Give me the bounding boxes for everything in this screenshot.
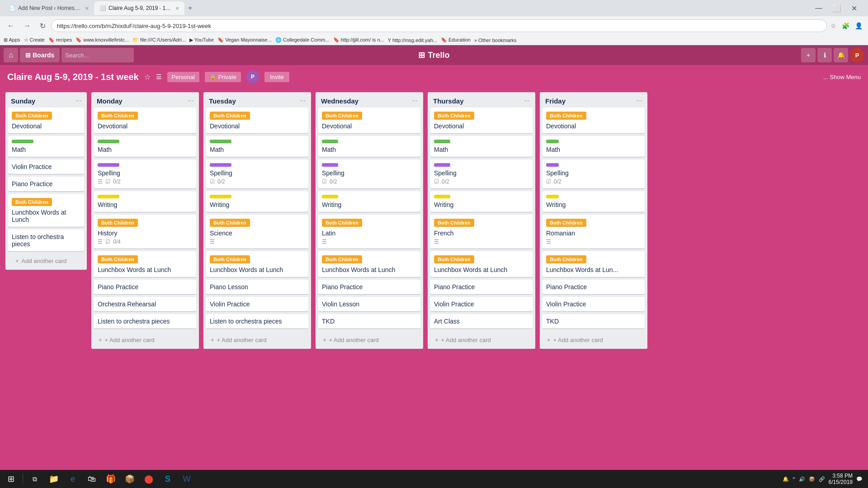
card-monday-piano[interactable]: Piano Practice [94, 280, 196, 294]
forward-button[interactable]: → [20, 20, 34, 32]
add-card-sunday[interactable]: + Add another card [11, 254, 81, 268]
card-thursday-devotional[interactable]: Both Children Devotional [430, 108, 533, 133]
profile-button[interactable]: 👤 [853, 20, 864, 31]
boards-button[interactable]: ⊞ Boards [20, 48, 60, 62]
card-tuesday-lunchbox[interactable]: Both Children Lunchbox Words at Lunch [206, 251, 308, 277]
list-menu-sunday[interactable]: ··· [75, 97, 81, 105]
board-visibility-badge[interactable]: Personal [167, 72, 199, 82]
card-wednesday-spelling[interactable]: Spelling ☑ 0/2 [318, 160, 420, 188]
bookmark-recipes[interactable]: 🔖 recipes [48, 37, 72, 43]
taskbar-store[interactable]: 🛍 [83, 471, 101, 487]
browser-tab-2[interactable]: ⬜ Claire Aug 5-9, 2019 · 1st week ✕ [94, 1, 184, 15]
list-menu-tuesday[interactable]: ··· [300, 97, 306, 105]
start-button[interactable]: ⊞ [2, 471, 20, 487]
card-wednesday-math[interactable]: Math [318, 136, 420, 157]
add-card-tuesday[interactable]: + + Add another card [206, 333, 308, 347]
card-friday-writing[interactable]: Writing [542, 191, 645, 212]
add-card-thursday[interactable]: + + Add another card [430, 333, 533, 347]
card-monday-listen[interactable]: Listen to orchestra pieces [94, 314, 196, 328]
card-friday-romanian[interactable]: Both Children Romanian ☰ [542, 215, 645, 249]
card-thursday-writing[interactable]: Writing [430, 191, 533, 212]
taskbar-dropbox[interactable]: 📦 [121, 471, 139, 487]
close-button[interactable]: ✕ [848, 2, 861, 14]
notification-button[interactable]: 🔔 [834, 48, 848, 62]
list-menu-monday[interactable]: ··· [188, 97, 193, 105]
card-sunday-devotional[interactable]: Both Children Devotional [8, 108, 84, 133]
card-tuesday-piano[interactable]: Piano Lesson [206, 280, 308, 294]
card-tuesday-devotional[interactable]: Both Children Devotional [206, 108, 308, 133]
card-monday-lunchbox[interactable]: Both Children Lunchbox Words at Lunch [94, 251, 196, 277]
card-wednesday-tkd[interactable]: TKD [318, 314, 420, 328]
card-wednesday-latin[interactable]: Both Children Latin ☰ [318, 215, 420, 249]
bookmark-file[interactable]: 📁 file:///C:/Users/Adri... [132, 37, 186, 43]
bookmark-collegedale[interactable]: 🌐 Collegedale Comm... [275, 37, 330, 43]
minimize-button[interactable]: — [811, 2, 826, 14]
card-thursday-math[interactable]: Math [430, 136, 533, 157]
taskbar-chrome[interactable]: ⬤ [140, 471, 158, 487]
search-input[interactable] [61, 48, 134, 62]
card-wednesday-lunchbox[interactable]: Both Children Lunchbox Words at Lunch [318, 251, 420, 277]
bookmark-vegan[interactable]: 🔖 Vegan Mayonnaise... [217, 37, 272, 43]
bookmark-knoxville[interactable]: 🔖 www.knoxvillefirstc... [75, 37, 129, 43]
card-tuesday-spelling[interactable]: Spelling ☑ 0/2 [206, 160, 308, 188]
bookmark-more[interactable]: » Other bookmarks [474, 38, 517, 43]
card-sunday-lunchbox[interactable]: Both Children Lunchbox Words at Lunch [8, 194, 84, 227]
card-friday-piano[interactable]: Piano Practice [542, 280, 645, 294]
browser-tab-1[interactable]: 📄 Add New Post ‹ Homeschool Wa... ✕ [4, 1, 94, 15]
taskbar-explorer[interactable]: 📁 [45, 471, 63, 487]
info-button[interactable]: ℹ [817, 48, 832, 62]
show-menu-button[interactable]: ... Show Menu [823, 74, 861, 80]
card-monday-orchestra[interactable]: Orchestra Rehearsal [94, 297, 196, 311]
bookmark-education[interactable]: 🔖 Education [441, 37, 471, 43]
card-wednesday-violin[interactable]: Violin Lesson [318, 297, 420, 311]
card-thursday-french[interactable]: Both Children French ☰ [430, 215, 533, 249]
card-monday-math[interactable]: Math [94, 136, 196, 157]
extensions-button[interactable]: 🧩 [840, 20, 851, 31]
card-wednesday-devotional[interactable]: Both Children Devotional [318, 108, 420, 133]
card-thursday-spelling[interactable]: Spelling ☑ 0/2 [430, 160, 533, 188]
bookmark-yahoo[interactable]: Y http://msg.edit.yah... [388, 38, 437, 43]
user-avatar[interactable]: P [850, 48, 864, 62]
card-sunday-math[interactable]: Math [8, 136, 84, 157]
card-monday-writing[interactable]: Writing [94, 191, 196, 212]
card-tuesday-science[interactable]: Both Children Science ☰ [206, 215, 308, 249]
add-card-wednesday[interactable]: + + Add another card [318, 333, 420, 347]
taskbar-gifts[interactable]: 🎁 [102, 471, 120, 487]
task-view-button[interactable]: ⧉ [26, 471, 44, 487]
card-tuesday-writing[interactable]: Writing [206, 191, 308, 212]
card-thursday-violin[interactable]: Violin Practice [430, 297, 533, 311]
card-friday-lunchbox[interactable]: Both Children Lunchbox Words at Lun... [542, 251, 645, 277]
list-menu-wednesday[interactable]: ··· [412, 97, 418, 105]
card-monday-devotional[interactable]: Both Children Devotional [94, 108, 196, 133]
taskbar-skype[interactable]: S [159, 471, 177, 487]
bookmark-youtube[interactable]: ▶ YouTube [189, 37, 214, 43]
maximize-button[interactable]: ⬜ [829, 2, 845, 14]
board-filter-button[interactable]: ☰ [156, 73, 162, 80]
back-button[interactable]: ← [4, 20, 18, 32]
card-sunday-violin[interactable]: Violin Practice [8, 160, 84, 174]
home-button[interactable]: ⌂ [4, 48, 18, 62]
card-tuesday-listen[interactable]: Listen to orchestra pieces [206, 314, 308, 328]
card-thursday-piano[interactable]: Piano Practice [430, 280, 533, 294]
bookmark-apps[interactable]: ⊞ Apps [4, 37, 20, 43]
taskbar-edge[interactable]: e [64, 471, 82, 487]
card-monday-history[interactable]: Both Children History ☰ ☑ 0/4 [94, 215, 196, 249]
card-wednesday-piano[interactable]: Piano Practice [318, 280, 420, 294]
add-card-friday[interactable]: + + Add another card [542, 333, 645, 347]
reload-button[interactable]: ↻ [36, 20, 49, 32]
card-wednesday-writing[interactable]: Writing [318, 191, 420, 212]
card-friday-devotional[interactable]: Both Children Devotional [542, 108, 645, 133]
invite-button[interactable]: Invite [264, 72, 289, 82]
board-star-button[interactable]: ☆ [144, 73, 151, 81]
card-friday-violin[interactable]: Violin Practice [542, 297, 645, 311]
bookmark-create[interactable]: ☆ Create [24, 37, 45, 43]
card-thursday-lunchbox[interactable]: Both Children Lunchbox Words at Lunch [430, 251, 533, 277]
card-sunday-piano[interactable]: Piano Practice [8, 177, 84, 191]
address-bar[interactable] [51, 19, 827, 32]
card-monday-spelling[interactable]: Spelling ☰ ☑ 0/2 [94, 160, 196, 188]
list-menu-friday[interactable]: ··· [636, 97, 642, 105]
card-friday-spelling[interactable]: Spelling ☑ 0/2 [542, 160, 645, 188]
bookmark-star-button[interactable]: ☆ [829, 20, 838, 31]
card-tuesday-violin[interactable]: Violin Practice [206, 297, 308, 311]
tab-close-2[interactable]: ✕ [175, 6, 179, 11]
